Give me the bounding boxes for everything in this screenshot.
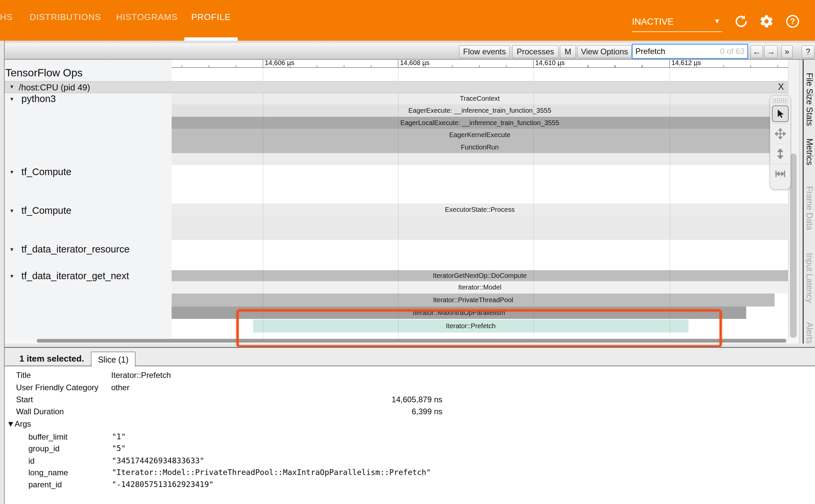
divider <box>772 164 789 164</box>
thread-section-python3[interactable]: python3 <box>21 93 56 104</box>
trace-event-TraceContext[interactable]: TraceContext <box>172 92 788 104</box>
vertical-scrollbar-thumb[interactable] <box>790 153 797 338</box>
trace-event-FunctionRun[interactable]: FunctionRun <box>172 141 788 153</box>
thread-section-tf_Compute[interactable]: tf_Compute <box>21 166 71 177</box>
thread-section-tf_data_iterator_resource[interactable]: tf_data_iterator_resource <box>21 244 130 255</box>
device-header-bar[interactable] <box>5 81 788 93</box>
detail-value: other <box>111 383 130 392</box>
timing-range-icon <box>775 168 786 179</box>
card-border <box>4 41 5 504</box>
tab-profile[interactable]: PROFILE <box>191 12 231 22</box>
ruler-tick-minor <box>587 65 588 68</box>
close-icon[interactable]: X <box>778 82 784 92</box>
cursor-icon <box>775 109 785 119</box>
detail-label-wall-duration: Wall Duration <box>16 407 64 416</box>
timing-tool-button[interactable] <box>771 164 790 183</box>
arg-value-long_name: "Iterator::Model::PrivateThreadPool::Max… <box>112 468 431 477</box>
collapse-caret-icon[interactable]: ▼ <box>9 246 14 252</box>
arg-name-buffer_limit: buffer_limit <box>28 432 67 442</box>
sidebar-tab-input-latency[interactable]: Input Latency <box>805 253 814 303</box>
trace-event-ExecutorState::Process[interactable]: ExecutorState::Process <box>172 203 788 216</box>
ruler-tick-minor <box>751 65 751 68</box>
tool-palette <box>770 95 791 189</box>
args-header[interactable]: ▼Args <box>7 419 31 429</box>
thread-section-tf_data_iterator_get_next[interactable]: tf_data_iterator_get_next <box>21 271 129 282</box>
trace-event-EagerKernelExecute[interactable]: EagerKernelExecute <box>172 129 788 141</box>
detail-label-user-friendly-category: User Friendly Category <box>16 383 98 392</box>
arg-value-parent_id: "-1428057513162923419" <box>112 480 214 489</box>
sidebar-tab-file-size-stats[interactable]: File Size Stats <box>805 73 814 126</box>
run-selector[interactable]: INACTIVE <box>632 17 722 27</box>
trace-event-Iterator::Model[interactable]: Iterator::Model <box>172 281 788 294</box>
collapse-caret-icon[interactable]: ▼ <box>9 273 14 279</box>
trace-event-EagerExecute: __inference_train_function_3555[interactable]: EagerExecute: __inference_train_function… <box>172 104 788 117</box>
toolbar-button-viewoptions[interactable]: View Options <box>577 45 632 58</box>
search-box[interactable]: Prefetch 0 of 63 <box>632 44 748 59</box>
ruler-tick-minor <box>778 65 778 68</box>
gear-icon[interactable] <box>759 14 774 29</box>
chevron-down-icon[interactable]: ▼ <box>714 17 721 25</box>
ruler-tick-minor <box>560 65 561 68</box>
search-input[interactable]: Prefetch <box>635 47 720 56</box>
toolbar-button-[interactable]: → <box>764 45 778 58</box>
help-icon[interactable]: ? <box>785 14 800 29</box>
arg-value-id: "345174426934833633" <box>112 456 204 465</box>
tab-hs[interactable]: HS <box>0 12 13 22</box>
detail-value: 14,605,879 ns <box>300 395 442 404</box>
pan-icon <box>775 128 786 139</box>
pan-tool-button[interactable] <box>771 124 790 143</box>
divider <box>772 144 789 144</box>
collapse-caret-icon[interactable]: ▼ <box>9 84 14 89</box>
trace-event-IteratorGetNextOp::DoCompute[interactable]: IteratorGetNextOp::DoCompute <box>172 270 788 281</box>
collapse-caret-icon[interactable]: ▼ <box>9 208 14 213</box>
tab-distributions[interactable]: DISTRIBUTIONS <box>30 12 101 22</box>
ruler-tick-minor <box>479 65 479 68</box>
ruler-tick-minor <box>425 65 425 68</box>
zoom-tool-button[interactable] <box>771 144 790 163</box>
select-tool-button[interactable] <box>771 104 790 123</box>
palette-drag-handle[interactable] <box>773 98 788 99</box>
search-count: 0 of 63 <box>720 47 745 56</box>
thread-section-tf_Compute[interactable]: tf_Compute <box>21 205 71 216</box>
sidebar-tab-frame-data[interactable]: Frame Data <box>805 186 814 230</box>
timeline-gridline <box>533 68 534 338</box>
device-label: /host:CPU (pid 49) <box>19 82 90 93</box>
toolbar-button-[interactable]: ? <box>802 45 814 58</box>
ruler-tick-minor <box>209 65 209 68</box>
palette-drag-handle[interactable] <box>773 102 788 103</box>
sidebar-tab-alerts[interactable]: Alerts <box>805 322 814 344</box>
trace-event-EagerLocalExecute: __inference_train_function_3555[interactable]: EagerLocalExecute: __inference_train_fun… <box>172 117 788 129</box>
refresh-icon[interactable] <box>734 14 749 29</box>
ruler-tick-major <box>533 58 534 68</box>
collapse-caret-icon[interactable]: ▼ <box>9 96 14 102</box>
toolbar-button-m[interactable]: M <box>560 45 576 58</box>
tab-histograms[interactable]: HISTOGRAMS <box>116 12 178 22</box>
select-tool-selected-state <box>772 105 789 122</box>
run-selector-underline <box>632 31 722 32</box>
arg-value-buffer_limit: "1" <box>112 432 126 441</box>
ruler-tick-minor <box>641 65 642 68</box>
ruler-baseline <box>172 67 788 68</box>
divider <box>772 124 789 124</box>
ruler-tick-minor <box>452 65 452 68</box>
detail-label-title: Title <box>16 371 31 380</box>
toolbar-button-[interactable]: » <box>781 45 793 58</box>
trace-event-empty-row[interactable] <box>172 153 788 165</box>
selection-summary: 1 item selected. <box>19 354 84 364</box>
ruler-tick-major <box>398 58 398 68</box>
sidebar-tab-metrics[interactable]: Metrics <box>805 138 814 165</box>
ruler-tick-minor <box>614 65 615 68</box>
tab-slice[interactable]: Slice (1) <box>91 352 136 367</box>
toolbar-button-[interactable]: ← <box>751 45 763 58</box>
ruler-tick-minor <box>588 65 589 68</box>
toolbar-button-flowevents[interactable]: Flow events <box>459 45 510 58</box>
trace-event-empty-row[interactable] <box>172 216 788 240</box>
toolbar-button-processes[interactable]: Processes <box>512 45 559 58</box>
ruler-tick-major <box>263 58 263 68</box>
collapse-caret-icon[interactable]: ▼ <box>9 169 14 175</box>
palette-drag-handle[interactable] <box>773 100 788 101</box>
trace-event-Iterator::PrivateThreadPool[interactable]: Iterator::PrivateThreadPool <box>172 294 775 307</box>
ruler-tick-minor <box>615 65 616 68</box>
ruler-tick-minor <box>290 65 290 68</box>
detail-value: 6,399 ns <box>300 407 442 416</box>
